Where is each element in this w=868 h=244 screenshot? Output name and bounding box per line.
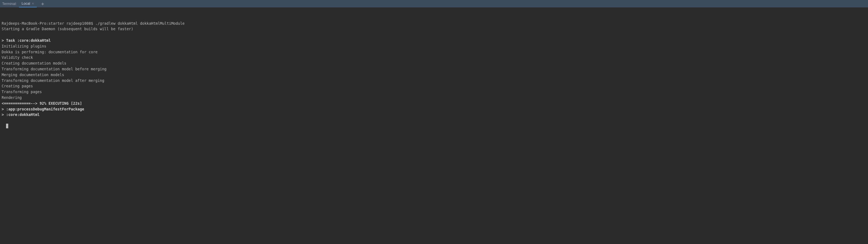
terminal-line: Starting a Gradle Daemon (subsequent bui… [2,26,866,32]
tab-label: Local [22,1,30,5]
terminal-line: Validity check [2,55,866,60]
terminal-line: Initializing plugins [2,44,866,49]
terminal-line: > :app:processDebugManifestForPackage [2,106,866,112]
close-icon[interactable]: × [32,2,34,5]
terminal-label: Terminal: [2,2,17,6]
terminal-line: > :core:dokkaHtml [2,112,866,117]
terminal-line [2,32,866,38]
add-tab-button[interactable]: + [39,1,46,6]
terminal-line: Transforming documentation model before … [2,66,866,72]
terminal-line: > Task :core:dokkaHtml [2,38,866,44]
terminal-cursor [6,124,8,128]
terminal-line: Creating pages [2,83,866,89]
terminal-line: Dokka is performing: documentation for c… [2,49,866,55]
tab-local[interactable]: Local × [19,0,37,7]
terminal-output[interactable]: Rajdeeps-MacBook-Pro:starter rajdeep1008… [0,7,868,131]
terminal-line: Merging documentation models [2,72,866,78]
terminal-line: Rajdeeps-MacBook-Pro:starter rajdeep1008… [2,21,866,26]
terminal-line: Transforming documentation model after m… [2,78,866,84]
terminal-line: Rendering [2,95,866,101]
terminal-line: Transforming pages [2,89,866,95]
terminal-header: Terminal: Local × + [0,0,868,7]
terminal-line: Creating documentation models [2,60,866,66]
terminal-line: <============--> 92% EXECUTING [22s] [2,101,866,106]
